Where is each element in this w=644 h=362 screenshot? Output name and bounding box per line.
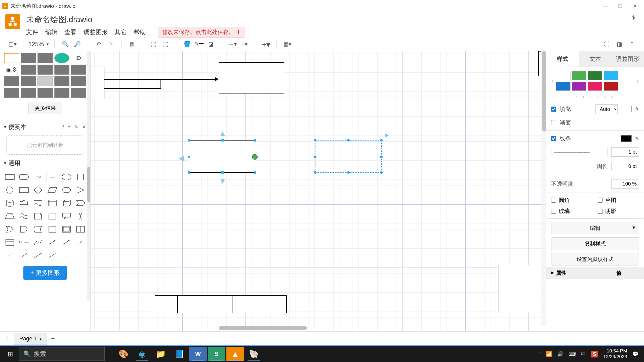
redo-icon[interactable]: ↷: [106, 40, 115, 49]
copy-style-button[interactable]: 复制样式: [551, 237, 639, 250]
notifications-icon[interactable]: 💬: [632, 351, 638, 357]
fill-color-chip[interactable]: [621, 106, 632, 112]
taskbar-drawio[interactable]: ▲: [226, 347, 244, 361]
edit-icon[interactable]: ✎: [635, 106, 639, 112]
canvas-hscrollbar[interactable]: [91, 326, 546, 331]
set-default-style-button[interactable]: 设置为默认样式: [551, 253, 639, 265]
shape-and[interactable]: [18, 224, 30, 235]
color-swatch[interactable]: [556, 71, 570, 80]
palette-prev-icon[interactable]: ‹: [551, 77, 553, 85]
shadow-checkbox[interactable]: [598, 209, 603, 214]
shape-process[interactable]: [18, 185, 30, 195]
color-swatch[interactable]: [588, 71, 602, 80]
tab-text[interactable]: 文本: [579, 51, 612, 67]
shape-arrow[interactable]: [61, 237, 72, 248]
rotate-handle-icon[interactable]: ⟳: [384, 133, 389, 138]
shape-result[interactable]: ▣⚙: [4, 65, 19, 75]
undo-icon[interactable]: ↶: [94, 40, 103, 49]
shape-dotted[interactable]: [4, 250, 16, 261]
shape-bidir-arrow[interactable]: [47, 237, 58, 248]
shape-result[interactable]: [4, 88, 19, 98]
taskbar-app[interactable]: 🐚: [245, 347, 263, 361]
waypoint-icon[interactable]: ⌐▾: [240, 40, 249, 49]
diagram-shape-selected[interactable]: [315, 140, 382, 173]
shape-cloud[interactable]: [18, 198, 30, 208]
shape-triangle[interactable]: [75, 185, 86, 195]
shape-actor[interactable]: [75, 211, 86, 221]
direction-arrow-left-icon[interactable]: ◀: [179, 154, 184, 162]
tab-style[interactable]: 样式: [546, 51, 579, 67]
shape-tape[interactable]: [18, 211, 30, 221]
canvas-vscrollbar[interactable]: [541, 51, 546, 326]
tray-clock[interactable]: 10:54 PM 12/29/2023: [603, 348, 627, 360]
shape-list-item[interactable]: List Item: [18, 237, 30, 248]
shape-result[interactable]: [54, 65, 70, 75]
menu-file[interactable]: 文件: [26, 28, 38, 36]
menu-arrange[interactable]: 调整图形: [84, 28, 108, 36]
diagram-edge[interactable]: [104, 88, 161, 89]
fullscreen-icon[interactable]: ⛶: [602, 40, 611, 49]
zoom-level[interactable]: 125%▼: [26, 41, 51, 48]
diagram-shape-selected-source[interactable]: [189, 140, 255, 173]
tab-arrange[interactable]: 调整图形: [611, 51, 644, 67]
scratchpad-dropzone[interactable]: 把元素拖到此处: [6, 135, 84, 155]
taskbar-explorer[interactable]: 📁: [152, 347, 170, 361]
sidebar-scrollbar[interactable]: [87, 51, 90, 301]
tray-chevron-icon[interactable]: ˄: [538, 351, 541, 357]
shape-trapezoid[interactable]: [4, 211, 16, 221]
shape-result[interactable]: [71, 65, 86, 75]
properties-header[interactable]: ▸ 属性 值: [546, 267, 644, 279]
shape-result[interactable]: [37, 88, 53, 98]
wifi-icon[interactable]: 📶: [546, 351, 552, 357]
to-front-icon[interactable]: ⬚: [149, 40, 158, 49]
shape-hexagon[interactable]: [61, 185, 72, 195]
palette-next-icon[interactable]: ›: [637, 77, 639, 85]
direction-arrow-down-icon[interactable]: ▼: [219, 177, 226, 185]
canvas[interactable]: ▲ ▼ ◀ ⟳: [91, 51, 546, 331]
sidebar-toggle-icon[interactable]: ◫▾: [8, 40, 17, 49]
palette-pager[interactable]: ○ ● ○ ○ ○ ○: [546, 95, 644, 102]
diagram-shape[interactable]: [499, 265, 541, 312]
ime-indicator[interactable]: 中: [581, 351, 586, 357]
line-checkbox[interactable]: [551, 136, 556, 141]
line-color-icon[interactable]: ✎: [194, 40, 204, 49]
more-results-button[interactable]: 更多结果: [28, 102, 62, 114]
scratchpad-header[interactable]: ▾ 便笺本 ? + ✎ ✕: [0, 120, 90, 133]
shape-ellipse[interactable]: [61, 172, 72, 182]
shape-result[interactable]: ⚙: [71, 53, 86, 63]
ime-badge[interactable]: S: [591, 351, 598, 357]
perimeter-input[interactable]: [611, 162, 639, 171]
delete-icon[interactable]: 🗑: [128, 40, 137, 49]
shape-step[interactable]: [75, 198, 86, 208]
shape-half[interactable]: [75, 224, 86, 235]
shape-result[interactable]: [21, 88, 36, 98]
shape-circle[interactable]: [4, 185, 16, 195]
shape-cylinder[interactable]: [4, 198, 16, 208]
shape-or[interactable]: [4, 224, 16, 235]
unsaved-hint[interactable]: 修改未保存。点击此处保存。 ⬇: [158, 27, 245, 38]
line-style-select[interactable]: [551, 148, 608, 156]
shape-container[interactable]: [47, 224, 58, 235]
shape-dashed[interactable]: [75, 237, 86, 248]
shape-result[interactable]: [37, 76, 53, 86]
shape-callout[interactable]: [61, 211, 72, 221]
shape-rounded-rect[interactable]: [18, 172, 30, 182]
taskbar-app[interactable]: S: [208, 347, 225, 361]
edit-icon[interactable]: ✎: [635, 136, 639, 141]
color-swatch[interactable]: [604, 82, 618, 91]
direction-arrow-up-icon[interactable]: ▲: [219, 129, 226, 138]
color-swatch[interactable]: [588, 82, 602, 91]
diagram-edge[interactable]: [104, 79, 215, 80]
close-button[interactable]: ✕: [633, 3, 637, 9]
taskbar-wps[interactable]: W: [189, 347, 207, 361]
shape-line[interactable]: [18, 250, 30, 261]
gradient-checkbox[interactable]: [551, 120, 556, 125]
shape-cube[interactable]: [61, 198, 72, 208]
zoom-out-icon[interactable]: 🔎: [73, 40, 82, 49]
diagram-shape[interactable]: [538, 51, 541, 76]
taskbar-app[interactable]: 📘: [171, 347, 188, 361]
line-width-input[interactable]: [611, 147, 639, 157]
diagram-shape[interactable]: [219, 62, 284, 94]
shape-dir-thin[interactable]: [47, 250, 58, 261]
shape-data-storage[interactable]: [32, 224, 44, 235]
